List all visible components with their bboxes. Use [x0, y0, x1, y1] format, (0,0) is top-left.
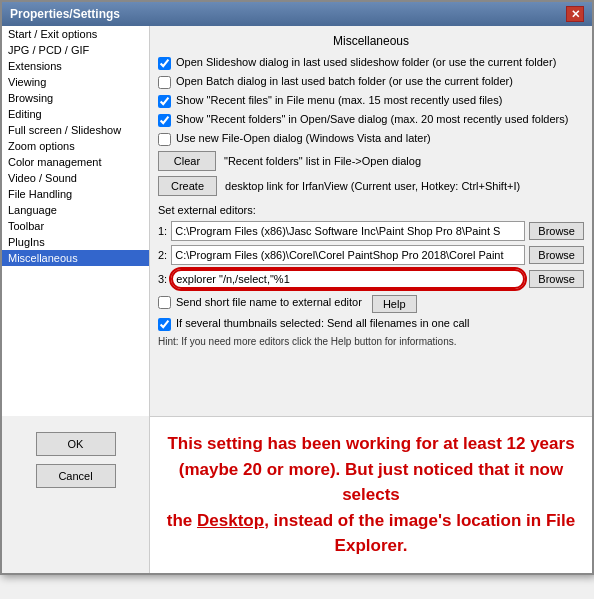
checkbox-file-open-input[interactable] [158, 133, 171, 146]
editor2-input[interactable] [171, 245, 525, 265]
sidebar-item-fullscreen[interactable]: Full screen / Slideshow [2, 122, 149, 138]
checkbox-slideshow: Open Slideshow dialog in last used slide… [158, 56, 584, 70]
sidebar-item-extensions[interactable]: Extensions [2, 58, 149, 74]
clear-row: Clear "Recent folders" list in File->Ope… [158, 151, 584, 171]
if-several-label: If several thumbnails selected: Send all… [176, 317, 470, 329]
send-short-row: Send short file name to external editor [158, 296, 362, 309]
editor3-input[interactable] [171, 269, 525, 289]
bottom-checkboxes: Send short file name to external editor … [158, 295, 584, 347]
editor2-num: 2: [158, 249, 167, 261]
if-several-row: If several thumbnails selected: Send all… [158, 317, 584, 331]
editor-row-1: 1: Browse [158, 221, 584, 241]
properties-settings-window: Properties/Settings ✕ Start / Exit optio… [0, 0, 594, 575]
checkbox-recent-files-label: Show "Recent files" in File menu (max. 1… [176, 94, 502, 106]
sidebar-item-editing[interactable]: Editing [2, 106, 149, 122]
send-short-input[interactable] [158, 296, 171, 309]
sidebar-item-language[interactable]: Language [2, 202, 149, 218]
sidebar-item-file-handling[interactable]: File Handling [2, 186, 149, 202]
browse-btn-3[interactable]: Browse [529, 270, 584, 288]
checkbox-file-open-label: Use new File-Open dialog (Windows Vista … [176, 132, 431, 144]
create-label: desktop link for IrfanView (Current user… [225, 180, 520, 192]
checkbox-slideshow-label: Open Slideshow dialog in last used slide… [176, 56, 556, 68]
title-bar: Properties/Settings ✕ [2, 2, 592, 26]
checkbox-recent-folders-input[interactable] [158, 114, 171, 127]
create-button[interactable]: Create [158, 176, 217, 196]
clear-label: "Recent folders" list in File->Open dial… [224, 155, 421, 167]
message-area: This setting has been working for at lea… [150, 416, 592, 573]
editor1-num: 1: [158, 225, 167, 237]
sidebar-item-viewing[interactable]: Viewing [2, 74, 149, 90]
cancel-button[interactable]: Cancel [36, 464, 116, 488]
checkbox-recent-folders: Show "Recent folders" in Open/Save dialo… [158, 113, 584, 127]
bottom-area: OK Cancel This setting has been working … [2, 416, 592, 573]
checkbox-batch: Open Batch dialog in last used batch fol… [158, 75, 584, 89]
create-row: Create desktop link for IrfanView (Curre… [158, 176, 584, 196]
main-content: Start / Exit options JPG / PCD / GIF Ext… [2, 26, 592, 416]
hint-text: Hint: If you need more editors click the… [158, 336, 584, 347]
send-short-label: Send short file name to external editor [176, 296, 362, 308]
sidebar-item-toolbar[interactable]: Toolbar [2, 218, 149, 234]
sidebar-item-start-exit[interactable]: Start / Exit options [2, 26, 149, 42]
sidebar-item-zoom[interactable]: Zoom options [2, 138, 149, 154]
sidebar-item-plugins[interactable]: PlugIns [2, 234, 149, 250]
checkbox-recent-files-input[interactable] [158, 95, 171, 108]
main-wrapper: Start / Exit options JPG / PCD / GIF Ext… [2, 26, 592, 573]
message-text: This setting has been working for at lea… [166, 431, 576, 559]
message-desktop: Desktop [197, 511, 264, 530]
checkbox-recent-folders-label: Show "Recent folders" in Open/Save dialo… [176, 113, 568, 125]
help-button[interactable]: Help [372, 295, 417, 313]
panel-title: Miscellaneous [158, 34, 584, 48]
sidebar-item-miscellaneous[interactable]: Miscellaneous [2, 250, 149, 266]
message-line2: (maybe 20 or more). But just noticed tha… [179, 460, 563, 505]
editor-row-2: 2: Browse [158, 245, 584, 265]
sidebar-item-browsing[interactable]: Browsing [2, 90, 149, 106]
sidebar: Start / Exit options JPG / PCD / GIF Ext… [2, 26, 150, 416]
message-line3-pre: the [167, 511, 197, 530]
message-line1: This setting has been working for at lea… [167, 434, 574, 453]
sidebar-item-jpg[interactable]: JPG / PCD / GIF [2, 42, 149, 58]
external-editors-label: Set external editors: [158, 204, 584, 216]
window-title: Properties/Settings [10, 7, 120, 21]
editor-row-3: 3: Browse [158, 269, 584, 289]
if-several-input[interactable] [158, 318, 171, 331]
checkbox-recent-files: Show "Recent files" in File menu (max. 1… [158, 94, 584, 108]
ok-cancel-area: OK Cancel [2, 416, 150, 573]
checkbox-slideshow-input[interactable] [158, 57, 171, 70]
message-line3-post: , instead of the image's location in Fil… [264, 511, 575, 530]
clear-button[interactable]: Clear [158, 151, 216, 171]
settings-panel: Miscellaneous Open Slideshow dialog in l… [150, 26, 592, 416]
close-button[interactable]: ✕ [566, 6, 584, 22]
browse-btn-1[interactable]: Browse [529, 222, 584, 240]
sidebar-item-video[interactable]: Video / Sound [2, 170, 149, 186]
checkbox-batch-label: Open Batch dialog in last used batch fol… [176, 75, 513, 87]
ok-button[interactable]: OK [36, 432, 116, 456]
checkbox-file-open: Use new File-Open dialog (Windows Vista … [158, 132, 584, 146]
sidebar-item-color[interactable]: Color management [2, 154, 149, 170]
editor3-num: 3: [158, 273, 167, 285]
message-line4: Explorer. [335, 536, 408, 555]
checkbox-batch-input[interactable] [158, 76, 171, 89]
editor1-input[interactable] [171, 221, 525, 241]
browse-btn-2[interactable]: Browse [529, 246, 584, 264]
